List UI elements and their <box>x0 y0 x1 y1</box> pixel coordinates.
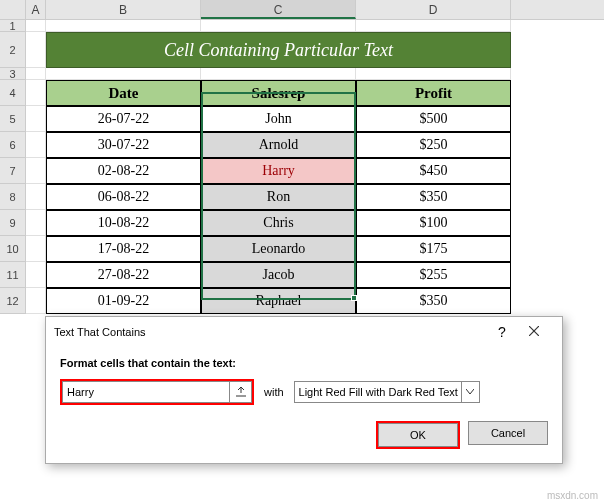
cell-date[interactable]: 02-08-22 <box>46 158 201 184</box>
cell-profit[interactable]: $250 <box>356 132 511 158</box>
cell-date[interactable]: 30-07-22 <box>46 132 201 158</box>
cell-profit[interactable]: $175 <box>356 236 511 262</box>
cell-rep[interactable]: Leonardo <box>201 236 356 262</box>
close-icon[interactable] <box>514 326 554 338</box>
row-header-1[interactable]: 1 <box>0 20 26 32</box>
cell-profit[interactable]: $100 <box>356 210 511 236</box>
text-contains-dialog: Text That Contains ? Format cells that c… <box>45 316 563 464</box>
col-header-a[interactable]: A <box>26 0 46 19</box>
row-header-10[interactable]: 10 <box>0 236 26 262</box>
cell-date[interactable]: 26-07-22 <box>46 106 201 132</box>
row-header-3[interactable]: 3 <box>0 68 26 80</box>
row-header-12[interactable]: 12 <box>0 288 26 314</box>
cell-date[interactable]: 17-08-22 <box>46 236 201 262</box>
dialog-titlebar[interactable]: Text That Contains ? <box>46 317 562 347</box>
with-label: with <box>264 386 284 398</box>
watermark: msxdn.com <box>547 490 598 501</box>
range-select-icon[interactable] <box>230 381 252 403</box>
cancel-button[interactable]: Cancel <box>468 421 548 445</box>
help-icon[interactable]: ? <box>490 324 514 340</box>
row-headers: 1 2 3 4 5 6 7 8 9 10 11 12 <box>0 20 26 314</box>
ok-button[interactable]: OK <box>378 423 458 447</box>
row-header-11[interactable]: 11 <box>0 262 26 288</box>
cell-rep[interactable]: Ron <box>201 184 356 210</box>
format-option-label: Light Red Fill with Dark Red Text <box>295 386 461 398</box>
row-header-6[interactable]: 6 <box>0 132 26 158</box>
row-header-5[interactable]: 5 <box>0 106 26 132</box>
cell-rep[interactable]: John <box>201 106 356 132</box>
cell-date[interactable]: 06-08-22 <box>46 184 201 210</box>
column-header-row: A B C D <box>0 0 604 20</box>
contains-text-input[interactable] <box>62 381 230 403</box>
cell-profit[interactable]: $255 <box>356 262 511 288</box>
header-salesrep[interactable]: Salesrep <box>201 80 356 106</box>
page-title[interactable]: Cell Containing Particular Text <box>46 32 511 68</box>
cell-profit[interactable]: $350 <box>356 184 511 210</box>
dialog-title: Text That Contains <box>54 326 490 338</box>
row-header-7[interactable]: 7 <box>0 158 26 184</box>
row-header-9[interactable]: 9 <box>0 210 26 236</box>
dialog-instruction: Format cells that contain the text: <box>60 357 548 369</box>
cell-profit[interactable]: $450 <box>356 158 511 184</box>
col-header-c[interactable]: C <box>201 0 356 19</box>
row-header-2[interactable]: 2 <box>0 32 26 68</box>
col-header-d[interactable]: D <box>356 0 511 19</box>
chevron-down-icon[interactable] <box>461 382 479 402</box>
cell-rep[interactable]: Raphael <box>201 288 356 314</box>
select-all-corner[interactable] <box>0 0 26 19</box>
row-header-8[interactable]: 8 <box>0 184 26 210</box>
cell-date[interactable]: 10-08-22 <box>46 210 201 236</box>
cell-rep[interactable]: Chris <box>201 210 356 236</box>
cell-profit[interactable]: $350 <box>356 288 511 314</box>
row-header-4[interactable]: 4 <box>0 80 26 106</box>
header-profit[interactable]: Profit <box>356 80 511 106</box>
col-header-b[interactable]: B <box>46 0 201 19</box>
cell-date[interactable]: 01-09-22 <box>46 288 201 314</box>
cell-date[interactable]: 27-08-22 <box>46 262 201 288</box>
cell-rep[interactable]: Arnold <box>201 132 356 158</box>
format-select[interactable]: Light Red Fill with Dark Red Text <box>294 381 480 403</box>
cell-rep[interactable]: Jacob <box>201 262 356 288</box>
header-date[interactable]: Date <box>46 80 201 106</box>
cell-rep-highlighted[interactable]: Harry <box>201 158 356 184</box>
cell-profit[interactable]: $500 <box>356 106 511 132</box>
